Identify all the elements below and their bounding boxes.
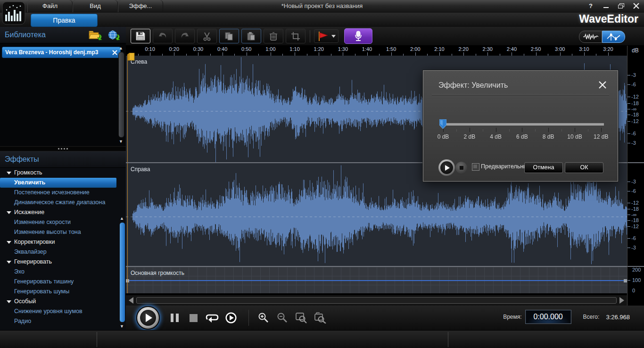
import-file-icon[interactable] bbox=[88, 29, 102, 41]
scroll-down-icon[interactable]: ▼ bbox=[118, 323, 125, 329]
equalizer-logo-icon bbox=[2, 1, 25, 25]
volume-envelope-line[interactable] bbox=[126, 280, 627, 281]
effect-item-Генерировать тишину[interactable]: Генерировать тишину bbox=[0, 277, 126, 287]
time-tick-label: 1:10 bbox=[289, 46, 299, 52]
scroll-down-icon[interactable]: ▼ bbox=[117, 139, 124, 144]
dropdown-arrow-icon[interactable] bbox=[331, 35, 336, 38]
stop-button[interactable] bbox=[185, 310, 201, 326]
db-tick-label: -3 bbox=[631, 72, 636, 78]
zoom-out-button[interactable] bbox=[274, 310, 290, 326]
effect-category-Генерировать[interactable]: Генерировать bbox=[0, 257, 126, 267]
envelope-view-button[interactable] bbox=[602, 31, 625, 43]
ok-button[interactable]: ОК bbox=[565, 162, 603, 173]
effect-item-Эхо[interactable]: Эхо bbox=[0, 267, 126, 277]
effects-scroll-thumb[interactable] bbox=[119, 222, 125, 323]
library-scrollbar[interactable]: ▲ ▼ bbox=[117, 45, 124, 144]
copy-button[interactable] bbox=[219, 29, 239, 43]
close-icon bbox=[599, 81, 606, 89]
remove-file-icon[interactable] bbox=[112, 50, 117, 55]
zoom-in-button[interactable] bbox=[256, 310, 272, 326]
preview-stop-button[interactable] bbox=[455, 162, 467, 174]
cancel-button[interactable]: Отмена bbox=[524, 162, 563, 173]
scroll-up-icon[interactable]: ▲ bbox=[117, 45, 124, 51]
scroll-up-icon[interactable]: ▲ bbox=[118, 215, 125, 221]
preview-checkbox[interactable] bbox=[472, 163, 479, 171]
time-tick-label: 2:50 bbox=[531, 46, 541, 52]
undo-button[interactable] bbox=[153, 29, 173, 43]
status-view-range: Просмотреть начало: 0:00.000 Просмотреть… bbox=[101, 332, 260, 348]
close-button[interactable] bbox=[632, 2, 640, 9]
effect-item-Снижение уровня шумов[interactable]: Снижение уровня шумов bbox=[0, 307, 126, 316]
panel-splitter[interactable] bbox=[0, 146, 126, 151]
library-item[interactable]: Vera Brezneva - Horoshij denj.mp3 bbox=[2, 47, 121, 58]
volume-handle-end[interactable] bbox=[624, 279, 627, 282]
effect-category-Корректировки[interactable]: Корректировки bbox=[0, 237, 126, 247]
redo-button[interactable] bbox=[175, 29, 195, 43]
dialog-close-button[interactable] bbox=[599, 81, 606, 89]
scroll-left-icon[interactable] bbox=[129, 297, 133, 304]
effect-item-Динамическое сжатие диапазона[interactable]: Динамическое сжатие диапазона bbox=[0, 198, 126, 207]
effect-category-Громкость[interactable]: Громкость bbox=[0, 168, 126, 178]
collapse-arrow-icon[interactable] bbox=[7, 300, 11, 303]
undo-icon bbox=[157, 32, 168, 41]
edit-tab-button[interactable]: Правка bbox=[31, 14, 98, 27]
restore-button[interactable] bbox=[617, 2, 625, 9]
horizontal-scrollbar[interactable] bbox=[126, 295, 627, 306]
library-scroll-thumb[interactable] bbox=[118, 52, 124, 138]
playhead-marker[interactable] bbox=[127, 53, 135, 61]
db-tick-label: -18 bbox=[631, 100, 639, 106]
redo-icon bbox=[180, 32, 190, 41]
effect-category-Искажение[interactable]: Искажение bbox=[0, 207, 126, 217]
db-tick-label: -∞ bbox=[631, 212, 637, 217]
zoom-selection-button[interactable] bbox=[293, 310, 309, 326]
effect-item-Эквалайзер[interactable]: Эквалайзер bbox=[0, 247, 126, 257]
collapse-arrow-icon[interactable] bbox=[7, 172, 11, 174]
channel-right-label: Справа bbox=[131, 166, 150, 173]
help-button[interactable]: ? bbox=[586, 2, 595, 9]
pause-button[interactable] bbox=[166, 310, 182, 326]
loop-button[interactable] bbox=[204, 310, 220, 326]
time-display[interactable]: 0:00.000 bbox=[526, 310, 571, 323]
effects-header: Эффекты bbox=[0, 151, 126, 168]
minimize-button[interactable] bbox=[602, 2, 610, 9]
library-item-label: Vera Brezneva - Horoshij denj.mp3 bbox=[5, 49, 112, 56]
collapse-arrow-icon[interactable] bbox=[7, 211, 11, 214]
playhead-flag-icon bbox=[127, 53, 135, 61]
gain-slider-thumb[interactable] bbox=[439, 119, 446, 129]
effect-item-Радио[interactable]: Радио bbox=[0, 316, 126, 326]
effect-dialog: Эффект: Увеличить 0 dB2 dB4 dB6 dB8 dB10… bbox=[423, 70, 618, 182]
effect-item-Постепенное исчезновение[interactable]: Постепенное исчезновение bbox=[0, 188, 126, 198]
add-marker-button[interactable] bbox=[314, 29, 339, 43]
timeline-ruler[interactable]: 0:100:200:300:400:501:001:101:201:301:40… bbox=[126, 46, 627, 56]
master-volume-track[interactable]: Основная громкость bbox=[126, 267, 627, 293]
time-tick-label: 1:20 bbox=[314, 46, 323, 52]
cut-button[interactable] bbox=[197, 29, 217, 43]
record-button[interactable] bbox=[344, 28, 372, 44]
gain-slider-track[interactable] bbox=[441, 123, 604, 125]
paste-button[interactable] bbox=[241, 29, 261, 43]
play-selection-button[interactable] bbox=[223, 310, 239, 326]
waveform-view-button[interactable] bbox=[579, 31, 602, 43]
hscroll-thumb[interactable] bbox=[136, 297, 617, 304]
collapse-arrow-icon[interactable] bbox=[7, 241, 11, 244]
delete-button[interactable] bbox=[264, 29, 283, 43]
effect-category-Особый[interactable]: Особый bbox=[0, 297, 126, 307]
effect-item-Генерировать шумы[interactable]: Генерировать шумы bbox=[0, 287, 126, 297]
effects-scrollbar[interactable]: ▲ ▼ bbox=[118, 215, 125, 329]
effect-item-Изменение скорости[interactable]: Изменение скорости bbox=[0, 217, 126, 227]
zoom-fit-button[interactable] bbox=[312, 310, 328, 326]
crop-button[interactable] bbox=[286, 29, 305, 43]
scroll-right-icon[interactable] bbox=[619, 297, 624, 304]
effect-item-Изменение высоты тона[interactable]: Изменение высоты тона bbox=[0, 227, 126, 237]
effect-item-Увеличить[interactable]: Увеличить bbox=[0, 178, 116, 188]
collapse-arrow-icon[interactable] bbox=[7, 261, 11, 264]
library-header: Библиотека bbox=[0, 27, 126, 43]
time-tick-label: 1:50 bbox=[386, 46, 396, 52]
preview-play-button[interactable] bbox=[438, 159, 455, 176]
import-web-icon[interactable] bbox=[107, 29, 121, 41]
time-tick-label: 3:20 bbox=[603, 46, 613, 52]
save-button[interactable] bbox=[131, 29, 150, 43]
status-bar: Исходный: MP3 44100 Hz Моно Просмотреть … bbox=[0, 330, 644, 348]
db-tick-label: -3 bbox=[631, 140, 636, 146]
play-button[interactable] bbox=[136, 306, 160, 330]
